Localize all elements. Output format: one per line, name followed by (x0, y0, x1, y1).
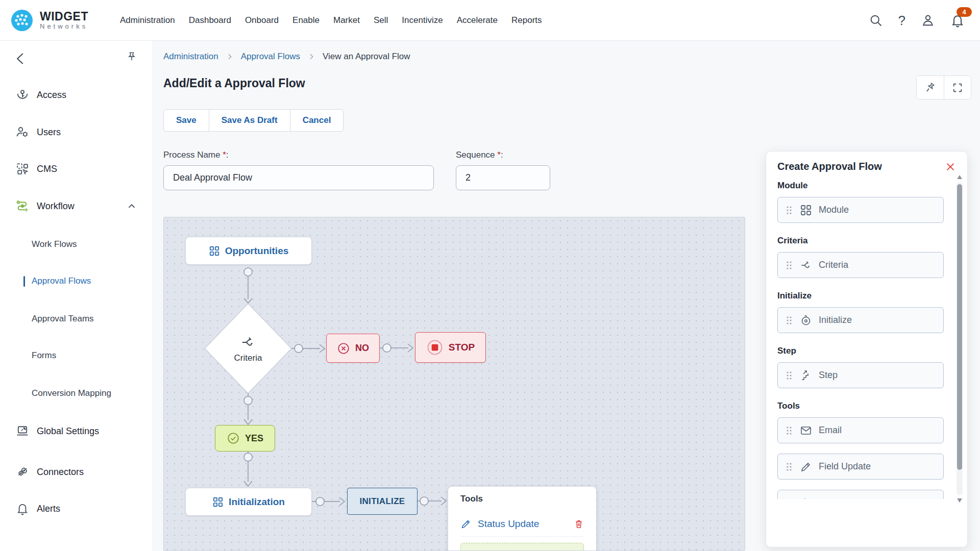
cms-icon (15, 162, 30, 176)
section-label-initialize: Initialize (777, 291, 944, 301)
sidebar-item-work-flows[interactable]: Work Flows (0, 236, 153, 253)
section-label-step: Step (777, 346, 944, 356)
sidebar-item-workflow[interactable]: Workflow (0, 196, 153, 216)
draggable-email[interactable]: Email (777, 417, 944, 443)
breadcrumb: Administration Approval Flows View an Ap… (163, 52, 410, 62)
draggable-initialize[interactable]: Initialize (777, 307, 944, 333)
brand-logo[interactable]: WIDGET Networks (10, 9, 110, 32)
approval-flow-page: WIDGET Networks Administration Dashboard… (0, 0, 980, 551)
node-opportunities[interactable]: Opportunities (185, 237, 312, 265)
sidebar-item-global-settings[interactable]: Global Settings (0, 421, 153, 441)
nav-reports[interactable]: Reports (511, 15, 542, 26)
key-icon (15, 88, 30, 102)
section-label-tools: Tools (777, 401, 944, 411)
stop-icon (426, 339, 444, 356)
expand-icon (952, 82, 963, 93)
drag-handle-icon (785, 424, 793, 437)
nav-dashboard[interactable]: Dashboard (189, 15, 231, 26)
sidebar-item-connectors[interactable]: Connectors (0, 462, 153, 482)
sidebar-item-approval-flows[interactable]: Approval Flows (0, 273, 153, 289)
sidebar-item-access[interactable]: Access (0, 85, 153, 105)
nav-enable[interactable]: Enable (292, 15, 320, 26)
draggable-assignment[interactable]: Assignment (777, 490, 944, 499)
email-icon (800, 424, 812, 437)
sidebar-item-alerts[interactable]: Alerts (0, 498, 153, 519)
node-initialize[interactable]: INITIALIZE (347, 488, 418, 515)
save-as-draft-button[interactable]: Save As Draft (209, 109, 290, 132)
widget-networks-logo-icon (10, 9, 34, 32)
tools-group-title: Tools (460, 494, 584, 504)
process-name-input[interactable] (163, 165, 434, 190)
drag-handle-icon (785, 497, 793, 499)
drag-handle-icon (785, 314, 793, 327)
node-stop[interactable]: STOP (415, 332, 486, 363)
breadcrumb-approval-flows[interactable]: Approval Flows (241, 52, 300, 62)
main-menu: Administration Dashboard Onboard Enable … (120, 15, 542, 26)
sidebar-item-cms[interactable]: CMS (0, 159, 153, 179)
sidebar-item-users[interactable]: Users (0, 122, 153, 142)
tools-drop-zone[interactable] (460, 543, 584, 551)
save-button[interactable]: Save (163, 109, 209, 132)
branch-icon (800, 259, 812, 271)
initialize-icon (800, 314, 812, 327)
scrollbar-thumb[interactable] (957, 184, 962, 470)
tools-status-update-row[interactable]: Status Update (460, 511, 584, 537)
flow-canvas[interactable]: Opportunities Criteria NO STOP (163, 217, 745, 551)
nav-market[interactable]: Market (333, 15, 360, 26)
draggable-module[interactable]: Module (777, 197, 944, 223)
cancel-button[interactable]: Cancel (290, 109, 344, 132)
notification-badge: 4 (957, 7, 972, 17)
profile-icon[interactable] (921, 13, 935, 28)
nav-administration[interactable]: Administration (120, 15, 175, 26)
sidebar-item-approval-teams[interactable]: Approval Teams (0, 311, 153, 327)
trash-icon[interactable] (574, 519, 584, 529)
scroll-down-arrow-icon[interactable] (957, 498, 962, 503)
nav-incentivize[interactable]: Incentivize (402, 15, 443, 26)
x-circle-icon (337, 342, 350, 355)
form-actions: Save Save As Draft Cancel (163, 109, 344, 132)
sequence-label: Sequence *: (456, 150, 503, 160)
bell-icon (15, 502, 30, 516)
section-label-module: Module (777, 181, 944, 191)
sidebar-item-forms[interactable]: Forms (0, 347, 153, 364)
node-tools-group[interactable]: Tools Status Update (448, 487, 596, 551)
branch-icon (240, 335, 256, 350)
nav-accelerate[interactable]: Accelerate (457, 15, 498, 26)
help-icon[interactable]: ? (898, 13, 905, 28)
pin-view-button[interactable] (917, 76, 944, 99)
sidebar-item-conversion-mapping[interactable]: Conversion Mapping (0, 385, 153, 402)
close-x-icon[interactable] (945, 161, 956, 172)
panel-scroll-area: Module Module Criteria (766, 178, 967, 499)
node-criteria[interactable]: Criteria (212, 324, 284, 373)
chevron-right-icon (307, 53, 315, 61)
breadcrumb-administration[interactable]: Administration (163, 52, 218, 62)
panel-scrollbar[interactable] (956, 175, 963, 507)
module-icon (800, 204, 812, 216)
check-circle-icon (227, 432, 240, 445)
step-icon (800, 369, 812, 382)
draggable-criteria[interactable]: Criteria (777, 252, 944, 278)
pin-icon (924, 82, 937, 94)
search-icon[interactable] (869, 13, 883, 28)
drag-handle-icon (785, 204, 793, 216)
pin-sidebar-icon[interactable] (125, 51, 138, 64)
top-navbar: WIDGET Networks Administration Dashboard… (0, 0, 980, 41)
nav-sell[interactable]: Sell (374, 15, 388, 26)
node-yes[interactable]: YES (215, 425, 275, 452)
scroll-up-arrow-icon[interactable] (957, 175, 962, 179)
nav-onboard[interactable]: Onboard (245, 15, 279, 26)
collapse-back-icon[interactable] (13, 51, 29, 66)
active-indicator (23, 276, 25, 287)
fullscreen-button[interactable] (944, 76, 971, 99)
sequence-input[interactable] (456, 165, 550, 190)
node-initialization[interactable]: Initialization (185, 488, 312, 516)
draggable-step[interactable]: Step (777, 362, 944, 388)
chevron-up-icon[interactable] (126, 201, 137, 212)
breadcrumb-current: View an Approval Flow (323, 52, 410, 62)
panel-title: Create Approval Flow (777, 161, 882, 172)
drag-handle-icon (785, 461, 793, 473)
draggable-field-update[interactable]: Field Update (777, 454, 944, 480)
brand-subtitle: Networks (40, 22, 88, 30)
node-no[interactable]: NO (326, 334, 380, 363)
process-name-label: Process Name *: (163, 150, 229, 160)
